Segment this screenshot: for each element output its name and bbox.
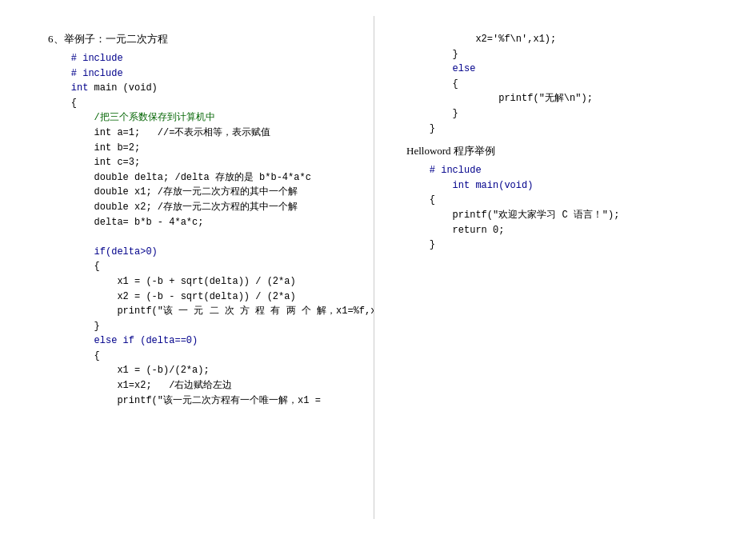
code-line: int b=2; (48, 141, 350, 156)
code-line: double delta; /delta 存放的是 b*b-4*a*c (48, 170, 350, 186)
code-line: { (48, 259, 350, 274)
code-line: { (406, 193, 732, 208)
code-span: int b=2; (48, 142, 140, 154)
code-line: printf("该 一 元 二 次 方 程 有 两 个 解，x1=%f,x2=%… (48, 304, 350, 319)
code-line: # include (48, 66, 350, 82)
code-line: } (406, 47, 732, 62)
code-span: int a=1; //=不表示相等，表示赋值 (48, 127, 270, 138)
code-span: } (406, 239, 435, 250)
code-span: double x2; /存放一元二次方程的其中一个解 (48, 202, 298, 213)
code-span: { (48, 98, 77, 109)
code-line: printf("欢迎大家学习 C 语言！"); (406, 208, 732, 223)
code-block-left: # include # include int main (void) { /把… (48, 51, 350, 408)
code-line: if(delta>0) (48, 245, 350, 260)
code-line: # include (406, 163, 732, 178)
code-span: int (48, 82, 94, 94)
page-container: 6、举例子：一元二次方程 # include # include int mai… (0, 0, 756, 535)
code-line: else if (delta==0) (48, 333, 350, 349)
code-line (48, 230, 350, 245)
code-span: # include (48, 68, 123, 79)
code-line: else (406, 62, 732, 77)
code-span: double delta; /delta 存放的是 b*b-4*a*c (48, 172, 311, 183)
code-line: x2='%f\n',x1); (406, 32, 732, 47)
code-span: } (406, 123, 435, 134)
code-span: printf("该 一 元 二 次 方 程 有 两 个 解，x1=%f,x2=%… (48, 305, 374, 317)
code-line: } (406, 122, 732, 137)
code-line: } (48, 319, 350, 334)
code-line: delta= b*b - 4*a*c; (48, 215, 350, 230)
code-span: # include (406, 165, 482, 176)
code-span: } (406, 108, 458, 119)
code-span: x1 = (-b)/(2*a); (48, 365, 210, 376)
code-span: { (48, 350, 100, 361)
code-line: double x1; /存放一元二次方程的其中一个解 (48, 185, 350, 200)
code-line: x2 = (-b - sqrt(delta)) / (2*a) (48, 289, 350, 305)
code-span: { (48, 261, 100, 272)
code-line: /把三个系数保存到计算机中 (48, 110, 350, 126)
code-span: int c=3; (48, 157, 140, 168)
code-span: { (406, 78, 458, 90)
code-line: x1=x2; /右边赋给左边 (48, 378, 350, 393)
section-title-left: 6、举例子：一元二次方程 (48, 32, 350, 46)
code-line: x1 = (-b)/(2*a); (48, 363, 350, 378)
code-line: { (48, 349, 350, 364)
code-line: { (48, 96, 350, 111)
code-span: main (void) (94, 82, 158, 94)
code-span: x2 = (-b - sqrt(delta)) / (2*a) (48, 291, 296, 302)
code-span: x1 = (-b + sqrt(delta)) / (2*a) (48, 276, 296, 287)
code-line: int main(void) (406, 178, 732, 194)
code-block-right-bottom: # include int main(void) { printf("欢迎大家学… (406, 163, 732, 253)
code-line: x1 = (-b + sqrt(delta)) / (2*a) (48, 274, 350, 289)
code-span: } (48, 321, 100, 332)
code-line: } (406, 238, 732, 253)
code-span: /把三个系数保存到计算机中 (48, 112, 215, 123)
code-span: { (406, 194, 435, 206)
code-span: if(delta>0) (48, 246, 158, 258)
code-span: printf("无解\n"); (406, 93, 593, 104)
code-span: delta= b*b - 4*a*c; (48, 217, 203, 228)
code-line: int a=1; //=不表示相等，表示赋值 (48, 126, 350, 141)
code-line: # include (48, 51, 350, 66)
code-span: int main(void) (406, 180, 533, 191)
code-block-right-top: x2='%f\n',x1); } else { printf("无解\n"); … (406, 32, 732, 136)
code-line: return 0; (406, 223, 732, 238)
code-span: return 0; (406, 225, 504, 236)
code-span: double x1; /存放一元二次方程的其中一个解 (48, 186, 298, 198)
code-span: printf("欢迎大家学习 C 语言！"); (406, 210, 619, 221)
code-span: else (406, 63, 475, 74)
code-line: double x2; /存放一元二次方程的其中一个解 (48, 200, 350, 215)
code-span: else if (delta==0) (48, 335, 198, 346)
right-column: x2='%f\n',x1); } else { printf("无解\n"); … (374, 16, 756, 519)
code-line: { (406, 77, 732, 92)
code-span: # include (48, 53, 123, 64)
code-span: x2='%f\n',x1); (406, 34, 556, 45)
code-line: int c=3; (48, 155, 350, 170)
code-line: int main (void) (48, 81, 350, 96)
code-span: printf("该一元二次方程有一个唯一解，x1 = (48, 395, 321, 406)
code-span: x1=x2; /右边赋给左边 (48, 380, 232, 391)
code-line: } (406, 106, 732, 122)
section-title-right: Helloword 程序举例 (406, 144, 732, 158)
code-line: printf("无解\n"); (406, 91, 732, 106)
left-column: 6、举例子：一元二次方程 # include # include int mai… (0, 16, 374, 519)
code-line: printf("该一元二次方程有一个唯一解，x1 = (48, 393, 350, 409)
code-span: } (406, 49, 458, 60)
